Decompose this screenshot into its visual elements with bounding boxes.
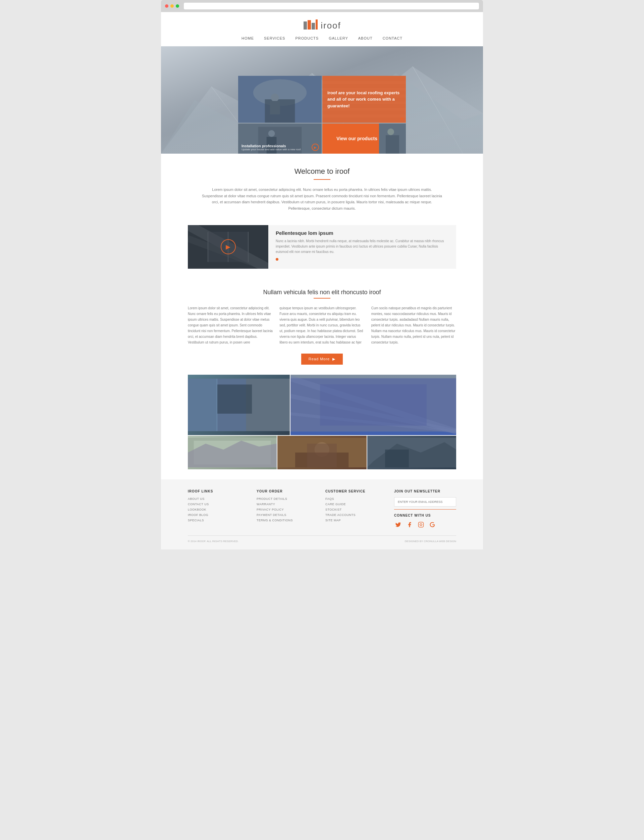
welcome-section: Welcome to iroof Lorem ipsum dolor sit a… — [161, 154, 483, 225]
nullam-columns: Lorem ipsum dolor sit amet, consectetur … — [188, 305, 456, 345]
footer-link-sitemap[interactable]: SITE MAP — [325, 519, 388, 522]
gallery-thumb-2 — [278, 436, 366, 469]
footer-link-product-details[interactable]: PRODUCT DETAILS — [256, 497, 319, 501]
browser-dot-yellow[interactable] — [170, 4, 174, 8]
logo-icon — [303, 19, 319, 32]
installation-title: Installation professionals — [242, 144, 301, 148]
nav-services[interactable]: SERVICES — [264, 36, 285, 40]
read-more-icon: ▶ — [332, 357, 335, 361]
footer-link-trade[interactable]: TRADE ACCOUNTS — [325, 513, 388, 517]
browser-dot-green[interactable] — [176, 4, 179, 8]
footer-designed-by: DESIGNED BY CRONULLA WEB DESIGN — [405, 540, 456, 543]
svg-rect-52 — [307, 444, 337, 467]
gallery-thumb-3 — [367, 436, 456, 469]
browser-address-bar[interactable] — [184, 3, 479, 9]
connect-title: CONNECT WITH US — [394, 514, 456, 517]
nav-gallery[interactable]: GALLERY — [329, 36, 348, 40]
feature-bottom-left: Installation professionals Update your h… — [238, 123, 322, 154]
svg-rect-1 — [307, 20, 311, 30]
nav-home[interactable]: HOME — [242, 36, 254, 40]
footer-link-contact-us[interactable]: CONTACT US — [188, 503, 250, 506]
hero-tagline: iroof are your local roofing experts and… — [327, 90, 401, 109]
gallery-section — [161, 375, 483, 479]
svg-rect-2 — [312, 23, 315, 30]
svg-rect-3 — [315, 20, 318, 30]
gallery-thumb-3-img — [367, 436, 456, 469]
footer-link-privacy[interactable]: PRIVACY POLICY — [256, 508, 319, 511]
hero-indicator — [401, 117, 403, 120]
logo-container: iroof — [303, 19, 341, 32]
feature-top-left — [238, 76, 322, 123]
welcome-title: Welcome to iroof — [201, 167, 443, 176]
browser-dot-red[interactable] — [165, 4, 168, 8]
video-info: Pellentesque lom ipsum Nunc a lacinia ni… — [269, 225, 456, 269]
footer-link-payment[interactable]: PAYMENT DETAILS — [256, 513, 319, 517]
footer-link-specials[interactable]: SPECIALS — [188, 519, 250, 522]
footer-iroof-title: IROOF LINKS — [188, 490, 250, 493]
gallery-left-img — [188, 375, 290, 435]
footer-link-care[interactable]: CARE GUIDE — [325, 503, 388, 506]
svg-rect-39 — [188, 379, 217, 431]
feature-bottom-right[interactable]: View our products ▶ — [322, 123, 406, 154]
nav-contact[interactable]: CONTACT — [383, 36, 402, 40]
gallery-thumb-1 — [188, 436, 277, 469]
footer-order-title: YOUR ORDER — [256, 490, 319, 493]
svg-rect-56 — [419, 522, 424, 527]
video-info-text: Nunc a lacinia nibh. Morbi hendrerit nul… — [276, 238, 449, 255]
footer-link-lookbook[interactable]: LOOKBOOK — [188, 508, 250, 511]
footer-service-title: CUSTOMER SERVICE — [325, 490, 388, 493]
svg-point-27 — [388, 128, 394, 135]
site-header: iroof HOME SERVICES PRODUCTS GALLERY ABO… — [161, 12, 483, 46]
svg-line-9 — [412, 66, 463, 154]
site-footer: IROOF LINKS ABOUT US CONTACT US LOOKBOOK… — [161, 479, 483, 549]
nullam-col1: Lorem ipsum dolor sit amet, consectetur … — [188, 305, 273, 345]
footer-link-blog[interactable]: IROOF BLOG — [188, 513, 250, 517]
footer-link-warranty[interactable]: WARRANTY — [256, 503, 319, 506]
svg-point-24 — [268, 130, 275, 137]
video-section: ▶ Pellentesque lom ipsum Nunc a lacinia … — [188, 225, 456, 269]
footer-iroof-links: IROOF LINKS ABOUT US CONTACT US LOOKBOOK… — [188, 490, 250, 529]
nullam-title: Nullam vehicula felis non elit rhoncusto… — [188, 289, 456, 296]
footer-your-order: YOUR ORDER PRODUCT DETAILS WARRANTY PRIV… — [256, 490, 319, 529]
worker-img — [238, 76, 322, 123]
google-icon[interactable] — [428, 521, 436, 529]
svg-rect-45 — [320, 384, 427, 426]
site-wrapper: iroof HOME SERVICES PRODUCTS GALLERY ABO… — [161, 12, 483, 549]
installation-text: Installation professionals Update your h… — [242, 144, 301, 151]
feature-grid: iroof are your local roofing experts and… — [238, 76, 406, 154]
nav-products[interactable]: PRODUCTS — [295, 36, 319, 40]
footer-link-faqs[interactable]: FAQS — [325, 497, 388, 501]
products-label: View our products — [337, 136, 377, 141]
welcome-divider — [314, 179, 330, 180]
footer-newsletter: JOIN OUT NEWSLETTER CONNECT WITH US — [394, 490, 456, 529]
welcome-body: Lorem ipsum dolor sit amet, consectetur … — [201, 186, 443, 212]
tagline-overlay: iroof are your local roofing experts and… — [322, 76, 406, 123]
logo-text: iroof — [320, 20, 341, 31]
browser-chrome — [161, 0, 483, 12]
nullam-col2: quisque tempus ipsum ac vestibulum ultri… — [279, 305, 364, 345]
play-btn-1[interactable]: ▶ — [312, 143, 319, 151]
footer-link-terms[interactable]: TERMS & CONDITIONS — [256, 519, 319, 522]
gallery-thumb-1-img — [188, 436, 277, 469]
nullam-divider — [314, 298, 330, 299]
video-play-circle[interactable]: ▶ — [221, 239, 236, 254]
facebook-icon[interactable] — [406, 521, 414, 529]
footer-link-about-us[interactable]: ABOUT US — [188, 497, 250, 501]
read-more-button[interactable]: Read More ▶ — [301, 353, 343, 365]
main-nav: HOME SERVICES PRODUCTS GALLERY ABOUT CON… — [161, 34, 483, 43]
social-icons — [394, 521, 456, 529]
footer-link-stockist[interactable]: STOCKIST — [325, 508, 388, 511]
nullam-section: Nullam vehicula felis non elit rhoncusto… — [161, 279, 483, 375]
svg-point-13 — [271, 94, 279, 102]
products-thumb — [379, 123, 406, 154]
twitter-icon[interactable] — [394, 521, 402, 529]
read-more-wrapper: Read More ▶ — [188, 353, 456, 365]
feature-top-right: iroof are your local roofing experts and… — [322, 76, 406, 123]
nav-about[interactable]: ABOUT — [358, 36, 373, 40]
video-box[interactable]: ▶ — [188, 225, 268, 269]
newsletter-input[interactable] — [394, 497, 456, 506]
instagram-icon[interactable] — [417, 521, 425, 529]
svg-rect-55 — [385, 449, 409, 467]
svg-rect-14 — [270, 101, 280, 114]
gallery-right-img — [291, 375, 456, 435]
